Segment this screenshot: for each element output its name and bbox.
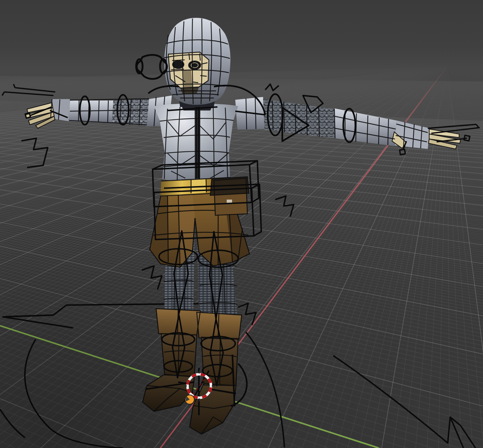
blender-3d-viewport[interactable]: Armored knight character in T-pose with … — [0, 0, 483, 448]
origin-point[interactable] — [185, 395, 194, 404]
viewport-canvas[interactable] — [0, 0, 483, 448]
vignette — [0, 0, 483, 448]
